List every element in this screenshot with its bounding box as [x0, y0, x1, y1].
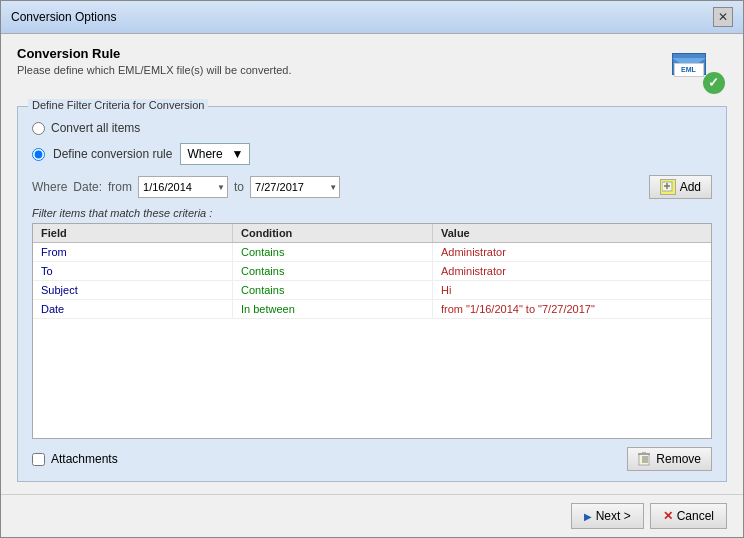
col-header-condition: Condition — [233, 224, 433, 242]
table-row[interactable]: To Contains Administrator — [33, 262, 711, 281]
convert-all-label[interactable]: Convert all items — [51, 121, 140, 135]
td-value: Administrator — [433, 262, 711, 280]
convert-all-radio[interactable] — [32, 122, 45, 135]
table-header: Field Condition Value — [33, 224, 711, 243]
header-title: Conversion Rule — [17, 46, 292, 61]
to-label: to — [234, 180, 244, 194]
td-field: From — [33, 243, 233, 261]
col-header-value: Value — [433, 224, 711, 242]
header-section: Conversion Rule Please define which EML/… — [17, 46, 727, 96]
remove-label: Remove — [656, 452, 701, 466]
where-dropdown-arrow: ▼ — [232, 147, 244, 161]
td-value: Hi — [433, 281, 711, 299]
filter-table: Field Condition Value From Contains Admi… — [32, 223, 712, 439]
td-condition: Contains — [233, 281, 433, 299]
title-bar: Conversion Options ✕ — [1, 1, 743, 34]
remove-button[interactable]: Remove — [627, 447, 712, 471]
from-label: from — [108, 180, 132, 194]
td-field: Subject — [33, 281, 233, 299]
td-field: Date — [33, 300, 233, 318]
cancel-label: Cancel — [677, 509, 714, 523]
add-label: Add — [680, 180, 701, 194]
table-body: From Contains Administrator To Contains … — [33, 243, 711, 438]
add-icon — [660, 179, 676, 195]
td-value: from "1/16/2014" to "7/27/2017" — [433, 300, 711, 318]
table-row[interactable]: From Contains Administrator — [33, 243, 711, 262]
td-condition: Contains — [233, 262, 433, 280]
where-dropdown[interactable]: Where ▼ — [180, 143, 250, 165]
to-date-wrapper: 7/27/2017 — [250, 176, 340, 198]
bottom-bar: Attachments Remove — [32, 447, 712, 471]
group-legend: Define Filter Criteria for Conversion — [28, 99, 208, 111]
where-dropdown-label: Where — [187, 147, 222, 161]
from-date-select[interactable]: 1/16/2014 — [138, 176, 228, 198]
attachments-checkbox[interactable] — [32, 453, 45, 466]
eml-label: EML — [681, 66, 696, 73]
td-value: Administrator — [433, 243, 711, 261]
criteria-label: Filter items that match these criteria : — [32, 207, 712, 219]
to-date-select[interactable]: 7/27/2017 — [250, 176, 340, 198]
convert-all-row: Convert all items — [32, 121, 712, 135]
remove-icon — [638, 452, 652, 466]
main-content: Conversion Rule Please define which EML/… — [1, 34, 743, 494]
close-button[interactable]: ✕ — [713, 7, 733, 27]
attachments-row: Attachments — [32, 452, 118, 466]
header-text: Conversion Rule Please define which EML/… — [17, 46, 292, 76]
filter-criteria-group: Define Filter Criteria for Conversion Co… — [17, 106, 727, 482]
next-label: Next > — [596, 509, 631, 523]
header-subtitle: Please define which EML/EMLX file(s) wil… — [17, 64, 292, 76]
checkmark-icon: ✓ — [703, 72, 725, 94]
cancel-icon: ✕ — [663, 509, 673, 523]
eml-icon: EML ✓ — [670, 49, 725, 94]
from-date-wrapper: 1/16/2014 — [138, 176, 228, 198]
define-rule-label[interactable]: Define conversion rule — [53, 147, 172, 161]
where-label: Where — [32, 180, 67, 194]
footer: ▶ Next > ✕ Cancel — [1, 494, 743, 537]
attachments-label[interactable]: Attachments — [51, 452, 118, 466]
td-condition: Contains — [233, 243, 433, 261]
date-filter-row: Where Date: from 1/16/2014 to 7/27/2017 — [32, 175, 712, 199]
dialog-title: Conversion Options — [11, 10, 116, 24]
table-row[interactable]: Date In between from "1/16/2014" to "7/2… — [33, 300, 711, 319]
header-icon: EML ✓ — [667, 46, 727, 96]
td-field: To — [33, 262, 233, 280]
td-condition: In between — [233, 300, 433, 318]
define-rule-radio[interactable] — [32, 148, 45, 161]
col-header-field: Field — [33, 224, 233, 242]
cancel-button[interactable]: ✕ Cancel — [650, 503, 727, 529]
define-rule-row: Define conversion rule Where ▼ — [32, 143, 712, 165]
table-row[interactable]: Subject Contains Hi — [33, 281, 711, 300]
next-icon: ▶ — [584, 511, 592, 522]
date-label: Date: — [73, 180, 102, 194]
next-button[interactable]: ▶ Next > — [571, 503, 644, 529]
add-button[interactable]: Add — [649, 175, 712, 199]
conversion-options-dialog: Conversion Options ✕ Conversion Rule Ple… — [0, 0, 744, 538]
